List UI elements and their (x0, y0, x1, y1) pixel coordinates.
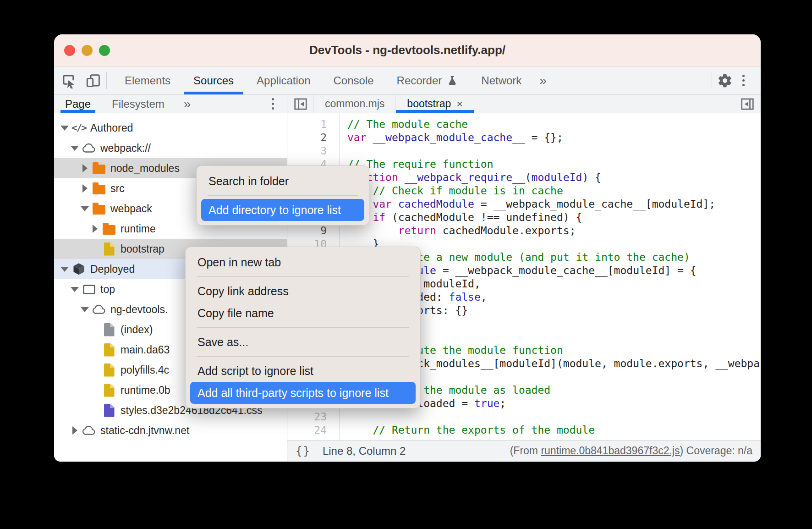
cloud-icon (82, 425, 96, 436)
document-file-icon (104, 323, 115, 336)
menu-item-open-in-new-tab[interactable]: Open in new tab (190, 251, 416, 273)
disclosure-triangle-icon[interactable] (79, 206, 91, 211)
line-number[interactable]: 1 (287, 118, 339, 131)
menu-item-copy-file-name[interactable]: Copy file name (190, 302, 416, 324)
code-line[interactable]: // Check if module is in cache (347, 184, 761, 198)
code-line[interactable]: function __webpack_require__(moduleId) { (347, 171, 761, 184)
menu-item-add-all-third-party-scripts-to-ignore-list[interactable]: Add all third-party scripts to ignore li… (190, 382, 416, 404)
panel-tab-label: Recorder (397, 74, 442, 87)
disclosure-triangle-icon[interactable] (59, 126, 71, 131)
code-line[interactable] (347, 410, 761, 424)
panel-tab-sources[interactable]: Sources (182, 66, 245, 94)
file-context-menu: Open in new tabCopy link addressCopy fil… (185, 247, 421, 408)
toolbar-divider (106, 72, 107, 89)
panel-tab-label: Sources (193, 74, 234, 87)
disclosure-triangle-icon[interactable] (69, 146, 81, 151)
tree-item-label: src (110, 182, 125, 195)
tree-item-label: ng-devtools. (110, 303, 168, 316)
code-line[interactable]: // The require function (347, 158, 761, 171)
code-line[interactable]: var cachedModule = __webpack_module_cach… (347, 198, 761, 211)
device-toolbar-icon[interactable] (84, 72, 103, 90)
tree-item-label: static-cdn.jtvnw.net (100, 424, 189, 437)
disclosure-triangle-icon[interactable] (59, 267, 71, 272)
tree-item-label: top (100, 283, 115, 296)
tree-item-label: Deployed (90, 263, 135, 276)
pretty-print-icon[interactable]: {} (296, 445, 311, 457)
panel-tab-recorder[interactable]: Recorder (385, 66, 470, 94)
tree-item-authored[interactable]: </>Authored (54, 118, 287, 138)
title-bar: DevTools - ng-devtools.netlify.app/ (54, 34, 761, 66)
editor-tab-common-mjs[interactable]: common.mjs (314, 95, 396, 113)
navigator-tab-bar: PageFilesystem » (54, 95, 287, 113)
disclosure-triangle-icon[interactable] (79, 307, 91, 312)
devtools-toolbar: ElementsSourcesApplicationConsoleRecorde… (54, 66, 761, 95)
folder-icon (93, 205, 105, 215)
frame-icon (83, 285, 95, 294)
more-navigator-tabs-chevron-icon[interactable]: » (181, 97, 194, 111)
disclosure-triangle-icon[interactable] (69, 426, 81, 435)
disclosure-triangle-icon[interactable] (79, 184, 91, 193)
tree-item-static-cdn-jtvnw-net[interactable]: static-cdn.jtvnw.net (54, 420, 287, 441)
tree-item-label: bootstrap (121, 243, 165, 255)
menu-item-search-in-folder[interactable]: Search in folder (201, 170, 364, 192)
folder-context-menu: Search in folderAdd directory to ignore … (196, 165, 369, 226)
panel-tab-label: Console (334, 74, 374, 87)
code-line[interactable]: return cachedModule.exports; (347, 224, 761, 237)
editor-tab-label: bootstrap (407, 98, 451, 110)
editor-tab-bootstrap[interactable]: bootstrap× (396, 95, 474, 113)
toggle-navigator-icon[interactable] (287, 95, 314, 113)
menu-item-add-script-to-ignore-list[interactable]: Add script to ignore list (190, 360, 416, 382)
navigator-tab-page[interactable]: Page (60, 95, 95, 113)
panel-tab-application[interactable]: Application (245, 66, 322, 94)
panel-tab-network[interactable]: Network (470, 66, 533, 94)
menu-separator (197, 327, 409, 328)
code-line[interactable] (347, 144, 761, 158)
line-number[interactable]: 3 (287, 144, 339, 158)
code-line[interactable]: // Return the exports of the module (347, 424, 761, 437)
menu-item-add-directory-to-ignore-list[interactable]: Add directory to ignore list (201, 199, 364, 221)
source-map-info: (From runtime.0b841bad3967f3c2.js) Cover… (510, 445, 752, 457)
disclosure-triangle-icon[interactable] (69, 287, 81, 292)
menu-item-save-as[interactable]: Save as... (190, 331, 416, 353)
disclosure-triangle-icon[interactable] (79, 164, 91, 172)
line-number[interactable]: 23 (287, 410, 339, 424)
tree-item-label: runtime.0b (121, 384, 170, 397)
close-tab-icon[interactable]: × (456, 99, 463, 110)
window-title: DevTools - ng-devtools.netlify.app/ (54, 43, 761, 57)
disclosure-triangle-icon[interactable] (89, 225, 101, 233)
source-map-link[interactable]: runtime.0b841bad3967f3c2.js (541, 445, 680, 457)
settings-gear-icon[interactable] (716, 72, 734, 90)
navigator-tab-filesystem[interactable]: Filesystem (107, 95, 169, 113)
coverage-text: ) Coverage: n/a (680, 445, 752, 457)
navigator-kebab-menu-icon[interactable] (265, 95, 280, 113)
line-number[interactable]: 2 (287, 131, 339, 144)
code-line[interactable]: var __webpack_module_cache__ = {}; (347, 131, 761, 144)
code-line[interactable]: if (cachedModule !== undefined) { (347, 211, 761, 224)
panel-tab-label: Elements (125, 74, 170, 87)
inspect-element-icon[interactable] (60, 72, 78, 90)
editor-tab-label: common.mjs (325, 98, 384, 110)
navigator-tab-label: Filesystem (112, 98, 165, 110)
stylesheet-file-icon (104, 404, 115, 417)
panel-tab-label: Network (481, 74, 521, 87)
panel-tab-console[interactable]: Console (322, 66, 385, 94)
panel-tab-elements[interactable]: Elements (113, 66, 182, 94)
cursor-position: Line 8, Column 2 (323, 445, 406, 457)
navigator-tab-label: Page (65, 98, 91, 110)
from-prefix: (From (510, 445, 541, 457)
line-number[interactable]: 9 (287, 224, 339, 237)
kebab-menu-icon[interactable] (734, 72, 752, 90)
script-file-icon (104, 343, 115, 357)
tree-item-webpack[interactable]: webpack:// (54, 138, 287, 158)
more-panels-chevron-icon[interactable]: » (533, 66, 553, 94)
tree-item-label: (index) (121, 324, 153, 336)
panel-tabs: ElementsSourcesApplicationConsoleRecorde… (113, 66, 533, 94)
cube-icon (72, 262, 86, 276)
flask-icon (446, 75, 458, 87)
tree-item-label: node_modules (110, 162, 180, 175)
dock-panel-icon[interactable] (734, 95, 761, 113)
menu-item-copy-link-address[interactable]: Copy link address (190, 280, 416, 302)
code-line[interactable]: // The module cache (347, 118, 761, 131)
menu-separator (208, 195, 358, 196)
line-number[interactable]: 24 (287, 424, 339, 437)
